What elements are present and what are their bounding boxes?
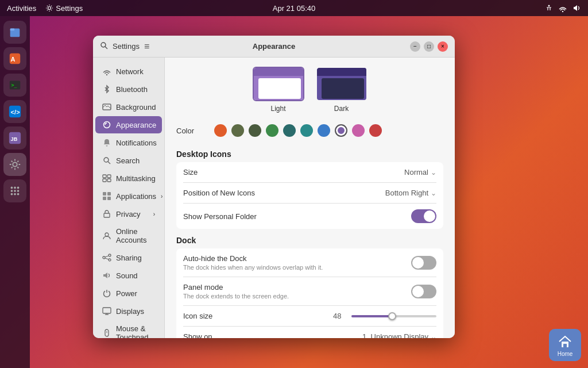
- svg-point-16: [17, 187, 20, 189]
- desktop-icons-group: Size Normal ⌄ Position of New Icons Bott…: [176, 162, 443, 229]
- personal-folder-label: Show Personal Folder: [183, 212, 411, 221]
- svg-rect-40: [104, 213, 110, 217]
- theme-light-option[interactable]: Light: [253, 67, 304, 113]
- size-label: Size: [183, 168, 404, 177]
- auto-hide-label-block: Auto-hide the Dock The dock hides when a…: [183, 254, 323, 271]
- settings-menu[interactable]: Settings: [45, 4, 83, 13]
- svg-point-13: [13, 162, 17, 166]
- minimize-button[interactable]: −: [410, 41, 420, 52]
- svg-point-20: [11, 193, 13, 195]
- position-value-container[interactable]: Bottom Right ⌄: [385, 189, 436, 197]
- window-title: Appearance: [253, 42, 295, 51]
- svg-point-30: [104, 158, 109, 162]
- color-olive[interactable]: [231, 124, 244, 137]
- sidebar-item-online-accounts[interactable]: Online Accounts: [95, 223, 162, 248]
- svg-text:>_: >_: [11, 82, 17, 88]
- privacy-chevron: ›: [153, 211, 155, 217]
- dock-item-files[interactable]: [3, 21, 26, 44]
- svg-point-44: [109, 259, 111, 261]
- sidebar-item-power[interactable]: Power: [95, 285, 162, 302]
- sidebar-applications-label: Applications: [116, 192, 156, 201]
- svg-point-15: [14, 187, 16, 189]
- vscode-icon: </>: [8, 105, 22, 118]
- color-row: Color: [176, 120, 443, 145]
- size-value: Normal: [404, 168, 428, 177]
- notifications-icon: [102, 138, 111, 147]
- icon-size-value: 48: [333, 312, 347, 320]
- sidebar-item-multitasking[interactable]: Multitasking: [95, 170, 162, 187]
- color-blue[interactable]: [318, 124, 330, 137]
- auto-hide-toggle[interactable]: [411, 256, 436, 270]
- settings-label[interactable]: Settings: [56, 4, 83, 13]
- sidebar-appearance-label: Appearance: [116, 121, 156, 129]
- home-icon[interactable]: Home: [549, 329, 581, 361]
- svg-point-27: [106, 74, 107, 75]
- color-dark-teal[interactable]: [283, 124, 296, 137]
- slider-thumb[interactable]: [388, 312, 396, 320]
- sidebar-notifications-label: Notifications: [116, 139, 157, 147]
- theme-section: Light Dark: [176, 57, 443, 120]
- sidebar-item-displays[interactable]: Displays: [95, 302, 162, 320]
- dock-item-vscode[interactable]: </>: [3, 100, 26, 123]
- sidebar-item-sound[interactable]: Sound: [95, 267, 162, 284]
- dark-theme-thumbnail[interactable]: [316, 67, 368, 101]
- sound-icon: [102, 271, 111, 280]
- panel-mode-toggle[interactable]: [411, 285, 436, 298]
- sidebar-item-appearance[interactable]: Appearance: [95, 116, 162, 133]
- settings-main: Light Dark Color: [165, 57, 455, 338]
- svg-point-42: [109, 254, 111, 256]
- sidebar-item-network[interactable]: Network: [95, 63, 162, 80]
- theme-dark-option[interactable]: Dark: [316, 67, 368, 113]
- position-chevron: ⌄: [431, 189, 436, 197]
- sidebar-item-mouse[interactable]: Mouse & Touchpad: [95, 320, 162, 338]
- dock-item-terminal[interactable]: >_: [3, 74, 26, 97]
- hamburger-button[interactable]: ≡: [144, 41, 149, 52]
- search-button[interactable]: [100, 41, 108, 51]
- sidebar-item-background[interactable]: Background: [95, 98, 162, 116]
- apps-icon: [8, 184, 22, 198]
- sidebar-item-sharing[interactable]: Sharing: [95, 249, 162, 266]
- panel-mode-sub: The dock extends to the screen edge.: [183, 293, 289, 300]
- icon-size-slider[interactable]: 48: [333, 312, 436, 320]
- color-purple[interactable]: [335, 124, 347, 137]
- show-on-value-container[interactable]: 1. Unknown Display ⌄: [362, 332, 436, 338]
- position-value: Bottom Right: [385, 189, 428, 197]
- sidebar-item-notifications[interactable]: Notifications: [95, 134, 162, 151]
- color-green[interactable]: [266, 124, 278, 137]
- svg-rect-4: [10, 29, 14, 31]
- panel-mode-row: Panel mode The dock extends to the scree…: [183, 277, 436, 306]
- light-theme-thumbnail[interactable]: [253, 67, 304, 101]
- sharing-icon: [102, 253, 111, 262]
- sidebar-item-privacy[interactable]: Privacy ›: [95, 205, 162, 223]
- color-teal[interactable]: [300, 124, 313, 137]
- slider-track[interactable]: [351, 315, 436, 317]
- online-accounts-icon: [102, 231, 111, 240]
- background-icon: [102, 102, 111, 112]
- color-red[interactable]: [369, 124, 382, 137]
- size-value-container[interactable]: Normal ⌄: [404, 168, 436, 177]
- dock-item-apps[interactable]: [3, 179, 26, 202]
- color-dark-green[interactable]: [249, 124, 261, 137]
- dock-header: Dock: [176, 236, 443, 245]
- sidebar-item-applications[interactable]: Applications ›: [95, 187, 162, 205]
- color-pink[interactable]: [352, 124, 365, 137]
- personal-folder-toggle[interactable]: [411, 209, 436, 223]
- maximize-button[interactable]: □: [424, 41, 434, 52]
- dock-item-software[interactable]: A: [3, 47, 26, 70]
- settings-dock-icon: [8, 158, 22, 171]
- svg-point-25: [101, 43, 106, 47]
- svg-rect-32: [103, 175, 106, 178]
- sidebar-network-label: Network: [116, 67, 144, 76]
- activities-label[interactable]: Activities: [7, 4, 36, 13]
- sidebar-item-bluetooth[interactable]: Bluetooth: [95, 80, 162, 98]
- dock-item-jetbrains[interactable]: JB: [3, 126, 26, 150]
- svg-rect-37: [107, 192, 111, 195]
- dock-item-settings[interactable]: [3, 153, 26, 176]
- home-svg-icon: [557, 334, 573, 350]
- close-button[interactable]: ×: [438, 41, 448, 52]
- slider-fill: [351, 315, 390, 317]
- svg-text:JB: JB: [11, 136, 18, 142]
- sidebar-mouse-label: Mouse & Touchpad: [116, 324, 155, 338]
- color-orange[interactable]: [214, 124, 227, 137]
- sidebar-item-search[interactable]: Search: [95, 152, 162, 169]
